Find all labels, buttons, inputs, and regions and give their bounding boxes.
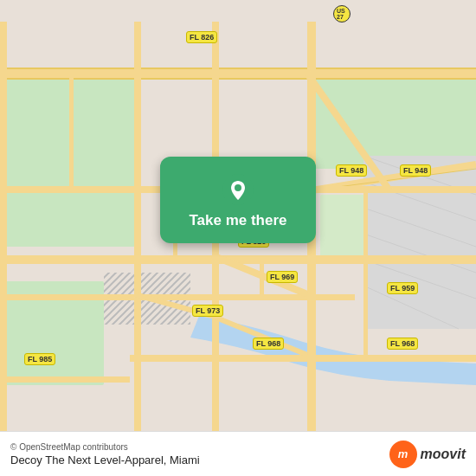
- take-me-there-button[interactable]: Take me there: [160, 157, 316, 243]
- route-badge-fl968-right: FL 968: [387, 338, 418, 350]
- bottom-bar: © OpenStreetMap contributors Decoy The N…: [0, 431, 476, 476]
- route-badge-fl948-left: FL 948: [336, 164, 367, 177]
- route-badge-fl985: FL 985: [24, 353, 55, 365]
- svg-rect-22: [0, 376, 130, 383]
- moovit-logo: m moovit: [389, 441, 466, 468]
- svg-rect-34: [363, 186, 368, 359]
- bottom-info: © OpenStreetMap contributors Decoy The N…: [10, 442, 200, 466]
- svg-point-36: [235, 184, 241, 191]
- route-badge-fl968-left: FL 968: [253, 338, 284, 350]
- route-badge-us27: US 27: [333, 5, 351, 23]
- attribution: © OpenStreetMap contributors: [10, 442, 200, 452]
- take-me-there-label: Take me there: [189, 212, 286, 229]
- route-badge-fl959: FL 959: [387, 282, 418, 294]
- route-badge-fl948-right: FL 948: [400, 164, 431, 177]
- moovit-text: moovit: [421, 447, 466, 462]
- svg-rect-23: [0, 22, 7, 454]
- map-container: US 27 FL 826 FL 948 FL 948 FL 826 FL 969…: [0, 0, 476, 476]
- route-badge-fl969: FL 969: [267, 271, 298, 283]
- location-label: Decoy The Next Level-Apparel, Miami: [10, 453, 200, 466]
- location-pin-icon: [222, 174, 254, 205]
- svg-rect-31: [69, 69, 74, 190]
- route-badge-fl826-top: FL 826: [186, 31, 217, 43]
- svg-rect-24: [134, 22, 141, 454]
- route-badge-fl973: FL 973: [192, 305, 223, 317]
- moovit-icon: m: [389, 441, 417, 468]
- svg-rect-3: [307, 74, 476, 169]
- svg-rect-33: [260, 255, 264, 299]
- svg-rect-16: [0, 68, 476, 69]
- svg-rect-21: [130, 355, 476, 362]
